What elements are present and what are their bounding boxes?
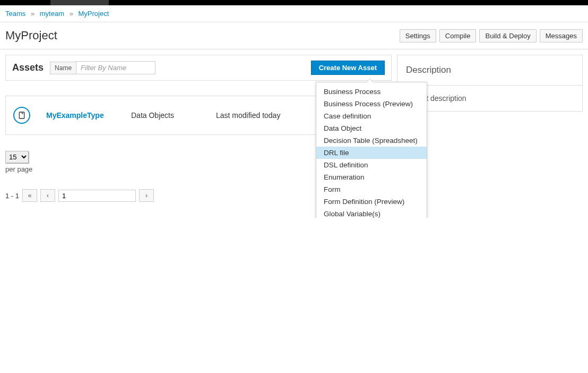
breadcrumb-myteam[interactable]: myteam: [40, 10, 64, 18]
asset-menu-item[interactable]: Business Process: [316, 86, 427, 98]
create-asset-dropdown: Business ProcessBusiness Process (Previe…: [316, 82, 427, 218]
breadcrumb-teams[interactable]: Teams: [5, 10, 25, 18]
messages-button[interactable]: Messages: [540, 29, 583, 43]
breadcrumb: Teams » myteam » MyProject: [0, 5, 588, 22]
page-header: MyProject Settings Compile Build & Deplo…: [0, 22, 588, 49]
page-size-select[interactable]: 15: [5, 151, 29, 163]
assets-panel: Assets Name Create New Asset Business Pr…: [5, 55, 392, 81]
build-deploy-button[interactable]: Build & Deploy: [479, 29, 536, 43]
pagination-prev-button[interactable]: ‹: [40, 189, 55, 202]
pagination-page-input[interactable]: [58, 190, 136, 202]
pagination-next-button[interactable]: ›: [139, 189, 154, 202]
top-menubar: [0, 0, 588, 5]
settings-button[interactable]: Settings: [400, 29, 436, 43]
breadcrumb-myproject[interactable]: MyProject: [79, 10, 109, 18]
asset-menu-item[interactable]: Case definition: [316, 110, 427, 122]
filter-label: Name: [50, 62, 76, 74]
asset-menu-item[interactable]: Form Definition (Preview): [316, 196, 427, 208]
asset-menu-item[interactable]: Enumeration: [316, 171, 427, 183]
asset-name[interactable]: MyExampleType: [46, 111, 131, 120]
asset-menu-item[interactable]: Business Process (Preview): [316, 98, 427, 110]
page-title: MyProject: [5, 29, 57, 43]
create-new-asset-button[interactable]: Create New Asset: [311, 61, 385, 75]
asset-type: Data Objects: [131, 111, 216, 120]
pagination-range: 1 - 1: [5, 192, 19, 200]
active-app-tab: [50, 0, 109, 5]
asset-menu-item[interactable]: Form: [316, 183, 427, 196]
asset-menu-item[interactable]: DRL file: [316, 147, 427, 159]
breadcrumb-separator-icon: »: [70, 10, 73, 18]
asset-modified: Last modified today: [216, 111, 280, 120]
filter-group: Name: [50, 61, 155, 74]
data-object-icon: [13, 107, 30, 124]
filter-name-input[interactable]: [76, 61, 155, 74]
header-buttons: Settings Compile Build & Deploy Messages: [400, 29, 583, 43]
asset-menu-item[interactable]: Decision Table (Spreadsheet): [316, 134, 427, 147]
pagination-first-button[interactable]: «: [22, 189, 37, 202]
description-header: Description: [397, 55, 582, 86]
breadcrumb-separator-icon: »: [31, 10, 34, 18]
compile-button[interactable]: Compile: [439, 29, 477, 43]
assets-title: Assets: [12, 62, 44, 73]
asset-menu-item[interactable]: Global Variable(s): [316, 208, 427, 218]
asset-menu-item[interactable]: Data Object: [316, 122, 427, 134]
asset-menu-item[interactable]: DSL definition: [316, 159, 427, 171]
